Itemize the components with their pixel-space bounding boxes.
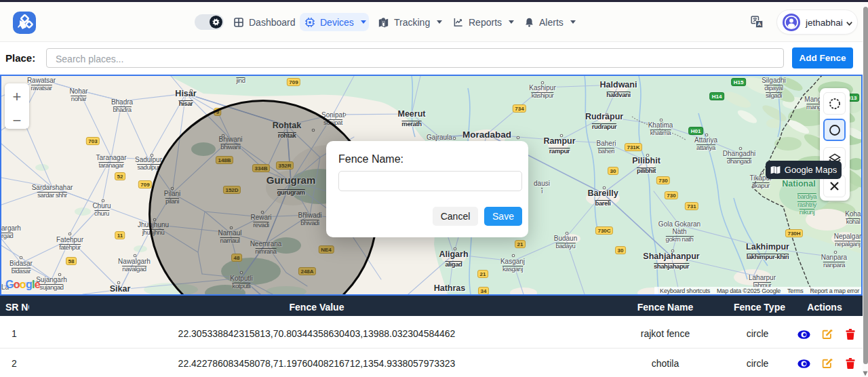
svg-text:A: A [757,21,762,27]
